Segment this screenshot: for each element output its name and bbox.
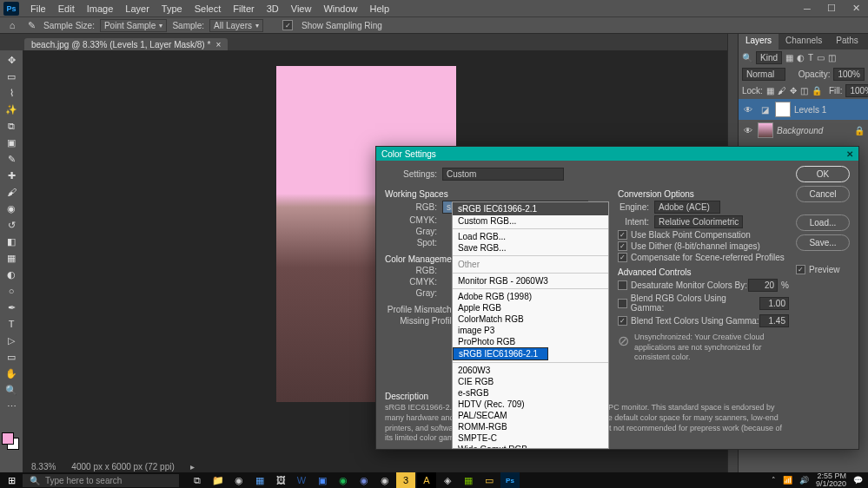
app-icon[interactable]: ▦ xyxy=(459,472,478,488)
rgb-option[interactable]: image P3 xyxy=(453,325,608,336)
menu-view[interactable]: View xyxy=(285,3,318,14)
foreground-swatch[interactable] xyxy=(2,432,14,445)
eraser-tool[interactable]: ◧ xyxy=(2,234,21,249)
history-brush-tool[interactable]: ↺ xyxy=(2,217,21,233)
layer-row-background[interactable]: 👁 Background 🔒 xyxy=(739,120,868,141)
lock-artboard-icon[interactable]: ◫ xyxy=(800,86,808,96)
ok-button[interactable]: OK xyxy=(796,166,850,182)
rgb-option-selected[interactable]: sRGB IEC61966-2.1 xyxy=(453,347,548,360)
hand-tool[interactable]: ✋ xyxy=(2,366,21,381)
filter-shape-icon[interactable]: ▭ xyxy=(817,53,825,63)
path-tool[interactable]: ▷ xyxy=(2,333,21,348)
dither-checkbox[interactable] xyxy=(618,241,627,251)
app-icon[interactable]: ▭ xyxy=(480,472,499,488)
menu-filter[interactable]: Filter xyxy=(227,3,260,14)
wand-tool[interactable]: ✨ xyxy=(2,102,21,117)
lock-paint-icon[interactable]: 🖌 xyxy=(778,86,786,96)
document-tab[interactable]: beach.jpg @ 8.33% (Levels 1, Layer Mask/… xyxy=(24,38,228,51)
volume-icon[interactable]: 🔊 xyxy=(799,476,809,485)
menu-layer[interactable]: Layer xyxy=(119,3,156,14)
shape-tool[interactable]: ▭ xyxy=(2,349,21,365)
rgb-option[interactable]: Custom RGB... xyxy=(453,215,608,227)
tray-chevron-icon[interactable]: ˄ xyxy=(772,476,776,485)
intent-dropdown[interactable]: Relative Colorimetric xyxy=(654,215,743,228)
layer-thumb[interactable] xyxy=(758,122,773,138)
rgb-option[interactable]: PAL/SECAM xyxy=(453,410,608,421)
home-icon[interactable]: ⌂ xyxy=(5,18,19,32)
menu-3d[interactable]: 3D xyxy=(261,3,285,14)
maximize-button[interactable]: ☐ xyxy=(819,0,844,16)
layer-mask-thumb[interactable] xyxy=(775,102,791,117)
pen-tool[interactable]: ✒ xyxy=(2,300,21,315)
desat-checkbox[interactable] xyxy=(618,280,627,290)
filter-pixel-icon[interactable]: ▦ xyxy=(785,53,793,63)
rgb-option[interactable]: SMPTE-C xyxy=(453,432,608,444)
move-tool[interactable]: ✥ xyxy=(2,52,21,68)
status-chevron-icon[interactable]: ▸ xyxy=(190,462,195,472)
settings-dropdown[interactable]: Custom xyxy=(442,168,564,181)
tab-channels[interactable]: Channels xyxy=(779,34,829,49)
layer-name[interactable]: Levels 1 xyxy=(794,105,826,115)
save-button[interactable]: Save... xyxy=(796,234,850,251)
load-button[interactable]: Load... xyxy=(796,214,850,231)
calc-icon[interactable]: ▦ xyxy=(250,472,269,488)
word-icon[interactable]: W xyxy=(292,472,311,488)
rgb-dropdown-list[interactable]: sRGB IEC61966-2.1 Custom RGB... Load RGB… xyxy=(452,201,609,449)
taskbar-search[interactable]: 🔍 Type here to search xyxy=(23,474,179,487)
rgb-option[interactable]: ROMM-RGB xyxy=(453,421,608,432)
filter-smart-icon[interactable]: ◫ xyxy=(828,53,836,63)
layer-filter-type[interactable]: Kind xyxy=(756,51,782,64)
layer-name[interactable]: Background xyxy=(777,126,823,135)
lock-pos-icon[interactable]: ✥ xyxy=(790,86,797,96)
crop-tool[interactable]: ⧉ xyxy=(2,118,21,134)
app-icon[interactable]: ◈ xyxy=(438,472,457,488)
menu-type[interactable]: Type xyxy=(156,3,189,14)
rgb-option[interactable]: ProPhoto RGB xyxy=(453,336,608,347)
blend-rgb-value[interactable]: 1.00 xyxy=(759,297,789,310)
more-tools[interactable]: ⋯ xyxy=(2,399,21,414)
spotify-icon[interactable]: ◉ xyxy=(334,472,353,488)
filter-type-icon[interactable]: T xyxy=(808,53,813,63)
menu-file[interactable]: File xyxy=(24,3,52,14)
rgb-option[interactable]: Adobe RGB (1998) xyxy=(453,291,608,302)
blend-text-checkbox[interactable] xyxy=(618,316,627,326)
dialog-close-icon[interactable]: ✕ xyxy=(846,149,853,159)
chrome-icon[interactable]: ◉ xyxy=(229,472,248,488)
marquee-tool[interactable]: ▭ xyxy=(2,69,21,84)
preview-checkbox[interactable] xyxy=(796,265,805,274)
rgb-option[interactable]: ColorMatch RGB xyxy=(453,313,608,325)
photos-icon[interactable]: 🖼 xyxy=(271,472,290,488)
system-tray[interactable]: ˄ 📶 🔊 2:55 PM 9/1/2020 💬 xyxy=(772,472,868,488)
tab-paths[interactable]: Paths xyxy=(829,34,865,49)
zoom-level[interactable]: 8.33% xyxy=(31,462,56,472)
rgb-option[interactable]: Monitor RGB - 2060W3 xyxy=(453,275,608,287)
fill-value[interactable]: 100% xyxy=(845,84,868,97)
type-tool[interactable]: T xyxy=(2,316,21,332)
menu-window[interactable]: Window xyxy=(317,3,363,14)
wifi-icon[interactable]: 📶 xyxy=(783,476,792,485)
zoom-tool[interactable]: 🔍 xyxy=(2,382,21,398)
blur-tool[interactable]: ◐ xyxy=(2,267,21,282)
visibility-icon[interactable]: 👁 xyxy=(742,126,754,135)
rgb-option[interactable]: Wide Gamut RGB xyxy=(453,444,608,449)
blend-mode-dropdown[interactable]: Normal xyxy=(742,68,785,81)
sample-dropdown[interactable]: All Layers xyxy=(209,19,263,32)
dialog-titlebar[interactable]: Color Settings ✕ xyxy=(376,147,858,161)
rgb-option[interactable]: CIE RGB xyxy=(453,376,608,387)
filter-adjust-icon[interactable]: ◐ xyxy=(797,53,805,63)
menu-select[interactable]: Select xyxy=(189,3,228,14)
eyedropper-tool[interactable]: ✎ xyxy=(2,151,21,167)
notifications-icon[interactable]: 💬 xyxy=(853,476,863,485)
steam-icon[interactable]: ◉ xyxy=(375,472,394,488)
rgb-option[interactable]: Load RGB... xyxy=(453,231,608,242)
rgb-option[interactable]: Apple RGB xyxy=(453,302,608,313)
engine-dropdown[interactable]: Adobe (ACE) xyxy=(654,201,720,214)
photoshop-taskbar-icon[interactable]: Ps xyxy=(500,472,520,488)
dodge-tool[interactable]: ○ xyxy=(2,283,21,299)
blend-rgb-checkbox[interactable] xyxy=(618,299,627,308)
sample-size-dropdown[interactable]: Point Sample xyxy=(100,19,167,32)
rgb-option[interactable]: 2060W3 xyxy=(453,365,608,376)
explorer-icon[interactable]: 📁 xyxy=(209,472,228,488)
heal-tool[interactable]: ✚ xyxy=(2,168,21,183)
layer-row-levels[interactable]: 👁 ◪ Levels 1 xyxy=(739,99,868,120)
